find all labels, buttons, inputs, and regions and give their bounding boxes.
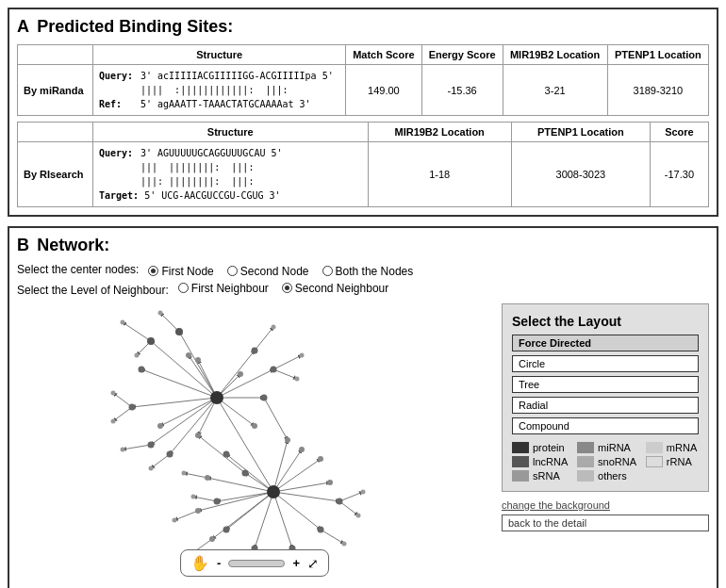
node[interactable]	[214, 498, 221, 505]
node[interactable]	[271, 367, 277, 373]
node[interactable]	[186, 352, 191, 358]
layout-btn-circle[interactable]: Circle	[512, 355, 699, 372]
node[interactable]	[295, 377, 300, 382]
node[interactable]	[195, 357, 201, 363]
rlsearch-score: -17.30	[650, 142, 708, 207]
svg-line-0	[151, 341, 217, 398]
node[interactable]	[223, 527, 230, 533]
node[interactable]	[300, 353, 305, 358]
svg-line-41	[123, 445, 151, 449]
layout-btn-force[interactable]: Force Directed	[512, 335, 699, 351]
node[interactable]	[195, 433, 201, 438]
node[interactable]	[195, 508, 201, 514]
center-nodes-group: First Node Second Node Both the Nodes	[148, 265, 413, 278]
node[interactable]	[252, 348, 258, 354]
network-body: ✋ - + ⤢ Select the Layout Force Directed…	[17, 303, 709, 586]
section-a-letter: A	[17, 17, 29, 36]
legend-srna-label: sRNA	[533, 470, 560, 482]
radio-both-nodes[interactable]: Both the Nodes	[322, 265, 414, 278]
node[interactable]	[272, 325, 276, 330]
node[interactable]	[149, 466, 154, 471]
node[interactable]	[121, 320, 125, 325]
node[interactable]	[173, 518, 177, 523]
legend-others-color	[577, 470, 594, 482]
node[interactable]	[129, 404, 136, 411]
legend-mrna: mRNA	[646, 442, 699, 453]
zoom-plus-btn[interactable]: +	[292, 556, 300, 570]
node[interactable]	[252, 423, 257, 429]
th-match-score: Match Score	[346, 45, 421, 65]
svg-line-12	[160, 398, 217, 426]
node[interactable]	[111, 391, 116, 396]
rlsearch-query-dir2: 5'	[271, 146, 282, 160]
layout-btn-tree[interactable]: Tree	[512, 376, 699, 393]
change-bg-link[interactable]: change the background	[502, 499, 709, 511]
node[interactable]	[361, 490, 366, 495]
th-ptenp1-loc-rl: PTENP1 Location	[511, 122, 650, 142]
legend-rrna-label: rRNA	[667, 456, 692, 467]
radio-second-node-label: Second Node	[240, 265, 309, 278]
node[interactable]	[167, 451, 173, 458]
rlsearch-label: By RIsearch	[18, 142, 93, 207]
rlsearch-ptenp1-loc: 3008-3023	[511, 142, 650, 207]
node-center1[interactable]	[210, 391, 223, 404]
section-b-letter: B	[17, 236, 29, 254]
node[interactable]	[147, 337, 155, 345]
node-center2[interactable]	[267, 485, 280, 498]
node[interactable]	[261, 395, 268, 401]
node[interactable]	[205, 475, 210, 481]
miranda-ptenp1-loc: 3189-3210	[607, 65, 708, 116]
node[interactable]	[299, 447, 305, 452]
miranda-ref-dir2: 3'	[300, 97, 311, 111]
legend-rrna: rRNA	[646, 456, 699, 467]
legend-srna-color	[512, 470, 529, 482]
svg-line-30	[217, 398, 273, 492]
node[interactable]	[223, 451, 230, 458]
radio-first-node[interactable]: First Node	[148, 265, 213, 278]
node[interactable]	[182, 471, 187, 476]
node[interactable]	[342, 542, 347, 547]
node[interactable]	[238, 371, 243, 377]
node[interactable]	[242, 470, 249, 477]
node[interactable]	[158, 311, 163, 316]
node[interactable]	[318, 527, 324, 533]
svg-line-20	[273, 492, 292, 548]
radio-both-nodes-label: Both the Nodes	[336, 265, 414, 278]
layout-btn-radial[interactable]: Radial	[512, 397, 699, 414]
node[interactable]	[121, 448, 125, 452]
th-structure-rl: Structure	[93, 122, 369, 142]
node[interactable]	[285, 437, 290, 443]
node[interactable]	[157, 423, 163, 429]
node[interactable]	[175, 328, 183, 335]
binding-sites-table: Structure Match Score Energy Score MIR19…	[17, 44, 709, 116]
network-svg	[104, 303, 405, 586]
rlsearch-table: Structure MIR19B2 Location PTENP1 Locati…	[17, 122, 709, 207]
node[interactable]	[209, 536, 215, 542]
node[interactable]	[191, 495, 196, 499]
radio-second-neighbour[interactable]: Second Neighbour	[282, 282, 388, 295]
node[interactable]	[148, 442, 155, 449]
layout-btn-compound[interactable]: Compound	[512, 417, 699, 434]
miranda-structure: Query: 3' acIIIIIACGIIIIIGG-ACGIIIIIpa 5…	[93, 65, 346, 116]
node[interactable]	[337, 498, 343, 505]
th-ptenp1-loc: PTENP1 Location	[607, 45, 708, 65]
svg-line-29	[212, 492, 273, 539]
miranda-query-dir2: 5'	[322, 69, 334, 83]
svg-line-3	[132, 398, 217, 407]
zoom-minus-btn[interactable]: -	[217, 556, 221, 570]
svg-line-40	[113, 407, 132, 421]
node[interactable]	[111, 419, 116, 424]
node[interactable]	[318, 456, 323, 462]
node[interactable]	[135, 353, 140, 358]
back-to-detail-btn[interactable]: back to the detail	[502, 514, 709, 531]
legend-mirna: miRNA	[577, 442, 638, 453]
legend-mirna-color	[577, 442, 594, 453]
radio-first-neighbour[interactable]: First Neighbour	[178, 282, 269, 295]
rlsearch-query-label: Query:	[99, 146, 135, 160]
node[interactable]	[356, 514, 361, 518]
radio-second-node[interactable]: Second Node	[227, 265, 309, 278]
zoom-slider[interactable]	[228, 560, 285, 567]
node[interactable]	[327, 480, 333, 485]
miranda-ref-seq: agAAATT-TAAACTATGCAAAAat	[157, 97, 294, 111]
node[interactable]	[139, 367, 145, 373]
